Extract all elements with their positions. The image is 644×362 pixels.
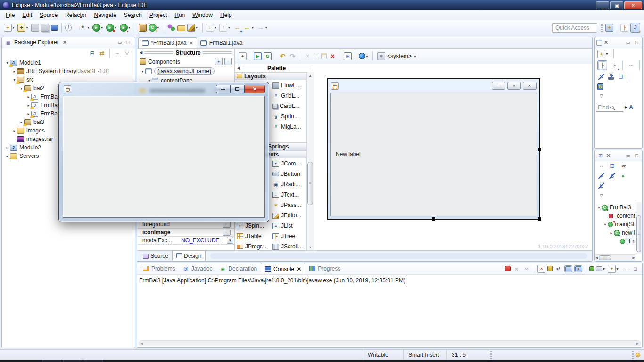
expand-find-icon[interactable]: ▶: [625, 105, 627, 109]
tree-item-jre-system-library[interactable]: ▸JRE System Library [JavaSE-1.8]: [2, 67, 135, 75]
window-close-button[interactable]: ✕: [624, 1, 642, 9]
palette-scrollbar[interactable]: ▲ ≡ ▼: [306, 72, 314, 250]
tip-lightbulb-icon[interactable]: [636, 353, 640, 357]
twisty-icon[interactable]: ▾: [596, 206, 602, 210]
menu-project[interactable]: Project: [146, 11, 171, 19]
dropdown-arrow-icon[interactable]: ▼: [264, 26, 268, 29]
activate-task-button[interactable]: A: [629, 104, 633, 111]
dropdown-arrow-icon[interactable]: ▼: [114, 26, 117, 29]
min-view-icon[interactable]: —: [621, 265, 629, 273]
tab-design[interactable]: Design: [172, 250, 206, 261]
dropdown-arrow-icon[interactable]: ▼: [195, 26, 198, 29]
choose-bean-icon[interactable]: ●: [239, 52, 247, 60]
running-app-window[interactable]: ✕: [59, 82, 269, 222]
quick-access-input[interactable]: Quick Access: [552, 23, 597, 33]
console-tab-progress[interactable]: Progress: [305, 263, 344, 274]
tree-item-module1[interactable]: ▾JModule1: [2, 58, 135, 67]
console-horizontal-scrollbar[interactable]: ◀ ▶: [139, 340, 641, 346]
skip-breakpoints-icon[interactable]: /: [65, 25, 72, 31]
show-inherited-icon[interactable]: ●: [619, 172, 627, 180]
jframe-content-pane[interactable]: New label: [330, 93, 537, 216]
outline-horizontal-scrollbar[interactable]: ◀ ||| ▶: [595, 254, 635, 261]
display-view-icon[interactable]: [51, 25, 58, 31]
display-console-icon[interactable]: [596, 266, 602, 271]
open-console-icon[interactable]: +: [608, 265, 616, 273]
hide-static-icon[interactable]: S: [608, 172, 616, 180]
dropdown-arrow-icon[interactable]: ▼: [157, 26, 160, 29]
menu-search[interactable]: Search: [120, 11, 146, 19]
collapse-all-icon[interactable]: ⊟: [608, 162, 616, 170]
console-tab-console[interactable]: Console✕: [261, 263, 305, 274]
scroll-down-icon[interactable]: ▼: [307, 244, 314, 250]
menu-run[interactable]: Run: [171, 11, 189, 19]
twisty-icon[interactable]: ▾: [140, 69, 145, 74]
property-row-iconImage[interactable]: iconImage···: [138, 229, 234, 237]
open-perspective-icon[interactable]: +: [605, 24, 613, 32]
twisty-icon[interactable]: ▸: [12, 69, 17, 74]
dropdown-arrow-icon[interactable]: ▼: [605, 52, 609, 56]
java-perspective-icon[interactable]: J●: [631, 24, 639, 32]
wb-perspective-icon[interactable]: ├: [620, 24, 628, 32]
terminate-icon[interactable]: [505, 266, 511, 272]
dropdown-arrow-icon[interactable]: ▼: [616, 267, 619, 271]
palette-item-CardL[interactable]: CardL...: [271, 101, 306, 111]
palette-item-JTable[interactable]: JTable: [235, 231, 271, 241]
palette-item-JSpin[interactable]: ↕JSpin...: [235, 221, 271, 231]
presentation-schedule-icon[interactable]: ├●: [610, 61, 618, 69]
cut-icon[interactable]: ×: [304, 52, 312, 60]
sort-az-icon[interactable]: ↓az: [619, 162, 627, 170]
outline-item-class-anon[interactable]: ▸C▲new Runnable() {...}: [595, 229, 635, 237]
coverage-icon[interactable]: ▶■: [106, 24, 114, 32]
palette-item-MigLa[interactable]: #MigLa...: [271, 122, 306, 132]
palette-category-layouts[interactable]: Layouts: [235, 72, 306, 80]
stderr-lock-icon[interactable]: ×: [575, 266, 581, 272]
hide-completed-icon[interactable]: ×: [597, 73, 605, 81]
hide-fields-icon[interactable]: ●: [597, 172, 605, 180]
back-icon[interactable]: ←: [243, 24, 251, 32]
menu-edit[interactable]: Edit: [18, 11, 36, 19]
menu-dots-icon[interactable]: ●●: [113, 49, 121, 58]
palette-item-GridL[interactable]: #GridL...: [271, 90, 306, 101]
palette-item-JProgr[interactable]: JProgr...: [235, 241, 271, 250]
last-edit-location-icon[interactable]: ←✦: [233, 24, 241, 32]
delete-icon[interactable]: ×: [329, 52, 337, 60]
open-resource-icon[interactable]: [177, 25, 185, 31]
dropdown-arrow-icon[interactable]: ▼: [87, 26, 90, 29]
stdout-lock-icon[interactable]: [565, 266, 571, 272]
tab-close-icon[interactable]: ✕: [297, 266, 301, 272]
outline-vertical-scrollbar[interactable]: ≡: [636, 202, 642, 254]
synchronize-icon[interactable]: ↻: [597, 83, 603, 90]
filter-person-icon[interactable]: [608, 74, 614, 80]
outline-item-constructor[interactable]: cFrmBai3(): [595, 237, 635, 246]
dropdown-arrow-icon[interactable]: ▼: [214, 26, 217, 29]
property-editor-button[interactable]: ···: [223, 230, 231, 236]
twisty-icon[interactable]: ▸: [5, 146, 10, 150]
resize-handle-right[interactable]: [538, 148, 541, 151]
test-frame-icon[interactable]: ▶: [254, 52, 262, 60]
pin-console-icon[interactable]: [589, 266, 594, 271]
menu-help[interactable]: Help: [216, 11, 236, 19]
menu-dots-icon[interactable]: ●●: [597, 162, 605, 170]
save-all-icon[interactable]: [41, 24, 49, 32]
find-input[interactable]: Find: [596, 103, 623, 112]
palette-item-JButton[interactable]: JButton: [271, 169, 306, 179]
clear-console-icon[interactable]: ×: [537, 265, 545, 273]
menu-dots-icon[interactable]: ●●: [627, 61, 635, 69]
task-list-close-icon[interactable]: ✕: [604, 40, 608, 46]
new-wizard-icon[interactable]: +: [17, 24, 25, 32]
undo-icon[interactable]: ↶: [279, 52, 287, 60]
link-editor-icon[interactable]: ⇄: [98, 49, 106, 58]
locale-globe-icon[interactable]: [359, 53, 365, 59]
editor-tab-FrmBai1-java[interactable]: FrmBai1.java: [197, 37, 246, 48]
hide-local-icon[interactable]: L: [597, 182, 605, 190]
palette-scroll-thumb[interactable]: ≡: [307, 162, 313, 205]
outline-maximize-button[interactable]: ▢: [632, 152, 641, 159]
presentation-tree-icon[interactable]: ├: [598, 61, 606, 69]
open-type-icon[interactable]: [167, 24, 175, 32]
next-annotation-icon[interactable]: ↓: [206, 24, 214, 32]
window-restore-button[interactable]: ▣: [610, 1, 623, 9]
app-maximize-button[interactable]: [230, 85, 244, 93]
console-tab-declaration[interactable]: ◉Declaration: [216, 263, 261, 274]
collapse-all-button[interactable]: −: [224, 58, 232, 65]
expand-all-button[interactable]: +: [215, 58, 223, 65]
